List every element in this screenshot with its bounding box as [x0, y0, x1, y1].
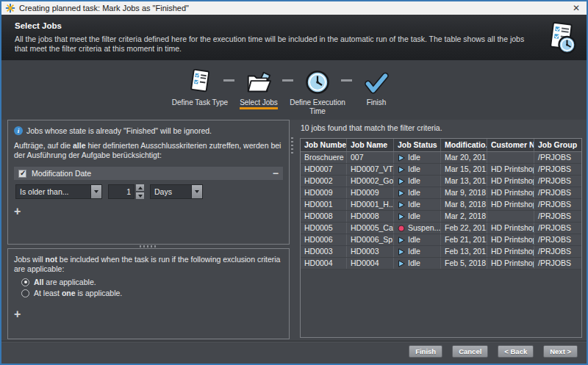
status-icon	[398, 213, 405, 220]
wizard-step-finish[interactable]: Finish	[347, 65, 406, 116]
cell-modification: Mar 2, 2018 ...	[441, 211, 487, 222]
cell-job-number: HD0008	[301, 211, 347, 222]
cell-job-group: /PRJOBS	[534, 176, 581, 187]
cell-job-status: Idle	[394, 176, 441, 187]
radio-option-at-least-one[interactable]: At least one is applicable.	[21, 289, 283, 297]
wizard-step-select-jobs[interactable]: Select Jobs	[229, 65, 288, 116]
status-icon	[398, 166, 405, 173]
cell-customer: HD Printshop	[487, 199, 534, 210]
cell-job-name: HD0008	[347, 211, 394, 222]
table-row[interactable]: HD0002 HD0002_Go... Idle Mar 13, 201... …	[301, 176, 581, 187]
cell-job-group: /PRJOBS	[534, 246, 581, 257]
splitter-grip	[140, 245, 157, 247]
unit-value: Days	[151, 185, 191, 198]
cell-customer: HD Printshop	[487, 176, 534, 187]
table-row[interactable]: Broschuere 007 Idle Mar 20, 201... /PRJO…	[301, 152, 581, 164]
table-row[interactable]: HD0003 HD0003 Idle Feb 13, 201... HD Pri…	[301, 246, 581, 258]
finish-button[interactable]: Finish	[409, 345, 442, 358]
back-button[interactable]: < Back	[498, 345, 534, 358]
cell-job-name: HD0001_H...	[347, 199, 394, 210]
execution-time-clock-icon	[304, 69, 331, 95]
cell-job-name: HD0009	[347, 187, 394, 198]
wizard-step-define-task-type[interactable]: Define Task Type	[171, 65, 229, 116]
step-label: Define Task Type	[172, 98, 228, 106]
operator-value: Is older than...	[16, 185, 90, 198]
radio-option-all[interactable]: All are applicable.	[21, 278, 283, 286]
operator-dropdown-button[interactable]	[90, 185, 101, 198]
cell-job-number: HD0007	[301, 164, 347, 175]
table-row[interactable]: HD0005 HD0005_Ca... Suspen... Feb 22, 20…	[301, 223, 581, 234]
task-type-icon	[188, 68, 212, 95]
table-row[interactable]: HD0009 HD0009 Idle Mar 9, 2018 ... HD Pr…	[301, 187, 581, 199]
cancel-button[interactable]: Cancel	[452, 345, 488, 358]
column-header-modification[interactable]: Modificatio...	[441, 139, 487, 151]
header-band: Select Jobs All the jobs that meet the f…	[1, 15, 587, 60]
radio-one-label: At least one is applicable.	[34, 289, 122, 297]
unit-select[interactable]: Days	[150, 184, 203, 199]
cell-job-number: HD0004	[301, 258, 347, 269]
criterion-modification-date-header: Modification Date −	[14, 167, 283, 180]
footer-button-bar: Finish Cancel < Back Next >	[409, 345, 578, 358]
cell-job-number: HD0006	[301, 234, 347, 245]
table-row[interactable]: HD0008 HD0008 Idle Mar 2, 2018 ... /PRJO…	[301, 211, 581, 223]
status-label: Idle	[408, 152, 420, 163]
filter-description: Aufträge, auf die alle hier definierten …	[14, 141, 283, 160]
amount-input[interactable]	[108, 184, 135, 199]
unit-dropdown-button[interactable]	[191, 185, 202, 198]
cell-job-group: /PRJOBS	[534, 211, 581, 222]
table-row[interactable]: HD0006 HD0006_Sp... Idle Feb 21, 201... …	[301, 234, 581, 246]
column-header-job-status[interactable]: Job Status	[394, 139, 441, 151]
radio-one-icon[interactable]	[21, 289, 29, 297]
page-title: Select Jobs	[15, 21, 62, 30]
window-title: Creating planned task: Mark Jobs as "Fin…	[19, 4, 570, 12]
cell-job-name: HD0007_VT	[347, 164, 394, 175]
cell-modification: Feb 22, 201...	[441, 223, 487, 234]
footer-divider	[1, 341, 587, 342]
cell-customer: HD Printshop	[487, 187, 534, 198]
page-description: All the jobs that meet the filter criter…	[15, 35, 534, 54]
column-header-job-number[interactable]: Job Number	[301, 139, 347, 151]
close-icon[interactable]: ✕	[570, 3, 583, 13]
column-header-job-group[interactable]: Job Group	[534, 139, 581, 151]
wizard-step-define-execution-time[interactable]: Define Execution Time	[288, 65, 347, 116]
modification-date-checkbox[interactable]	[18, 170, 26, 178]
cell-modification: Mar 20, 201...	[441, 152, 487, 163]
add-exclusion-criterion-button[interactable]: +	[14, 309, 24, 319]
chevron-down-icon	[195, 190, 199, 193]
cell-modification: Mar 9, 2018 ...	[441, 187, 487, 198]
cell-job-group: /PRJOBS	[534, 258, 581, 269]
cell-modification: Feb 13, 201...	[441, 246, 487, 257]
panels-splitter[interactable]	[290, 120, 295, 339]
cell-modification: Feb 21, 201...	[441, 234, 487, 245]
titlebar: Creating planned task: Mark Jobs as "Fin…	[1, 1, 587, 15]
radio-all-icon[interactable]	[21, 278, 29, 286]
wizard-strip: Define Task Type Select Jobs	[1, 60, 587, 120]
table-row[interactable]: HD0004 HD0004 Idle Feb 5, 2018 ... HD Pr…	[301, 258, 581, 270]
cell-job-status: Idle	[394, 258, 441, 269]
cell-customer: HD Printshop	[487, 258, 534, 269]
chevron-down-icon	[94, 190, 98, 193]
cell-customer: HD Printshop	[487, 164, 534, 175]
next-button[interactable]: Next >	[543, 345, 578, 358]
table-row[interactable]: HD0001 HD0001_H... Idle Mar 8, 2018 ... …	[301, 199, 581, 211]
column-header-job-name[interactable]: Job Name	[347, 139, 394, 151]
operator-select[interactable]: Is older than...	[15, 184, 102, 199]
finish-check-icon	[364, 72, 389, 95]
ignored-jobs-note: Jobs whose state is already "Finished" w…	[26, 126, 212, 135]
select-jobs-folder-icon	[245, 71, 273, 95]
status-label: Idle	[408, 187, 420, 198]
column-header-customer[interactable]: Customer N...	[487, 139, 534, 151]
cell-customer: HD Printshop	[487, 234, 534, 245]
collapse-criterion-button[interactable]: −	[273, 169, 279, 178]
cell-job-name: HD0004	[347, 258, 394, 269]
table-row[interactable]: HD0007 HD0007_VT Idle Mar 15, 201... HD …	[301, 164, 581, 176]
cell-job-status: Suspen...	[394, 223, 441, 234]
status-label: Suspen...	[408, 223, 440, 234]
jobs-table: Job Number Job Name Job Status Modificat…	[300, 138, 582, 338]
spinner-down-button[interactable]	[136, 192, 144, 199]
cell-job-name: HD0003	[347, 246, 394, 257]
cell-modification: Mar 13, 201...	[441, 176, 487, 187]
add-filter-criterion-button[interactable]: +	[14, 206, 24, 217]
cell-job-name: HD0005_Ca...	[347, 223, 394, 234]
spinner-up-button[interactable]	[136, 184, 144, 191]
